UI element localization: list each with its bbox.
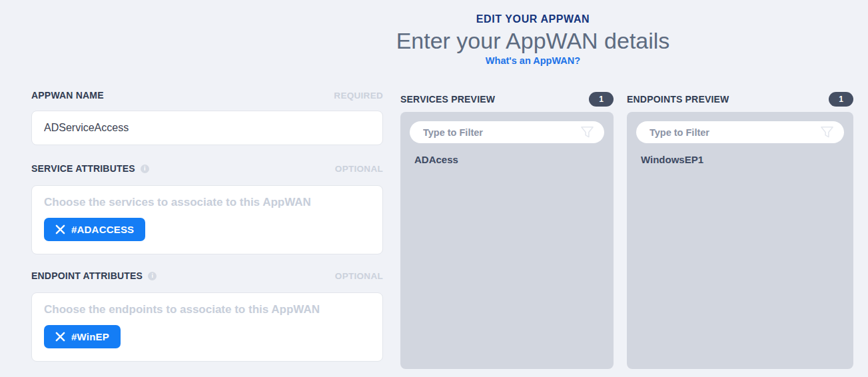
service-list-item[interactable]: ADAcess <box>410 143 604 165</box>
info-icon[interactable]: i <box>141 165 149 173</box>
page-eyebrow: EDIT YOUR APPWAN <box>320 13 746 25</box>
edit-appwan-page: EDIT YOUR APPWAN Enter your AppWAN detai… <box>0 0 868 377</box>
endpoints-preview-header: ENDPOINTS PREVIEW 1 <box>627 91 853 107</box>
service-attributes-placeholder: Choose the services to associate to this… <box>44 196 370 209</box>
service-attributes-label-row: SERVICE ATTRIBUTES i OPTIONAL <box>31 162 383 175</box>
endpoints-count-badge: 1 <box>829 92 853 107</box>
services-preview: SERVICES PREVIEW 1 ADAcess <box>400 91 614 369</box>
endpoints-preview-panel: WindowsEP1 <box>627 112 853 369</box>
endpoint-attributes-box[interactable]: Choose the endpoints to associate to thi… <box>31 292 383 362</box>
endpoint-attributes-label-row: ENDPOINT ATTRIBUTES i OPTIONAL <box>31 269 383 282</box>
services-preview-panel: ADAcess <box>400 112 614 369</box>
endpoint-attributes-label: ENDPOINT ATTRIBUTES <box>31 270 143 281</box>
endpoint-attributes-field: ENDPOINT ATTRIBUTES i OPTIONAL Choose th… <box>31 269 383 362</box>
page-header: EDIT YOUR APPWAN Enter your AppWAN detai… <box>320 13 746 67</box>
endpoints-preview: ENDPOINTS PREVIEW 1 WindowsEP1 <box>627 91 853 369</box>
service-attribute-tag[interactable]: #ADACCESS <box>44 218 145 241</box>
optional-label: OPTIONAL <box>335 271 383 281</box>
service-attribute-tag-label: #ADACCESS <box>71 224 134 235</box>
remove-tag-icon[interactable] <box>55 224 65 234</box>
appwan-name-input[interactable] <box>31 111 383 145</box>
endpoint-list-item[interactable]: WindowsEP1 <box>636 143 844 165</box>
optional-label: OPTIONAL <box>335 164 383 174</box>
services-filter <box>410 121 604 143</box>
services-preview-label: SERVICES PREVIEW <box>400 94 495 105</box>
endpoint-attributes-placeholder: Choose the endpoints to associate to thi… <box>44 303 370 316</box>
services-preview-header: SERVICES PREVIEW 1 <box>400 91 614 107</box>
appwan-name-label: APPWAN NAME <box>31 90 104 101</box>
service-attributes-label: SERVICE ATTRIBUTES <box>31 163 135 174</box>
endpoint-attribute-tag-label: #WinEP <box>71 331 109 342</box>
service-attributes-box[interactable]: Choose the services to associate to this… <box>31 185 383 254</box>
endpoint-attribute-tag[interactable]: #WinEP <box>44 325 121 348</box>
remove-tag-icon[interactable] <box>55 332 65 342</box>
appwan-name-field: APPWAN NAME REQUIRED <box>31 89 383 145</box>
endpoints-preview-label: ENDPOINTS PREVIEW <box>627 94 729 105</box>
whats-an-appwan-link[interactable]: What's an AppWAN? <box>486 55 580 66</box>
services-filter-input[interactable] <box>410 121 604 143</box>
appwan-name-label-row: APPWAN NAME REQUIRED <box>31 89 383 102</box>
required-label: REQUIRED <box>334 91 383 101</box>
page-title: Enter your AppWAN details <box>320 29 746 53</box>
services-count-badge: 1 <box>589 92 614 107</box>
endpoints-filter <box>636 121 844 143</box>
info-icon[interactable]: i <box>148 272 157 280</box>
endpoints-filter-input[interactable] <box>636 121 844 143</box>
service-attributes-field: SERVICE ATTRIBUTES i OPTIONAL Choose the… <box>31 162 383 254</box>
